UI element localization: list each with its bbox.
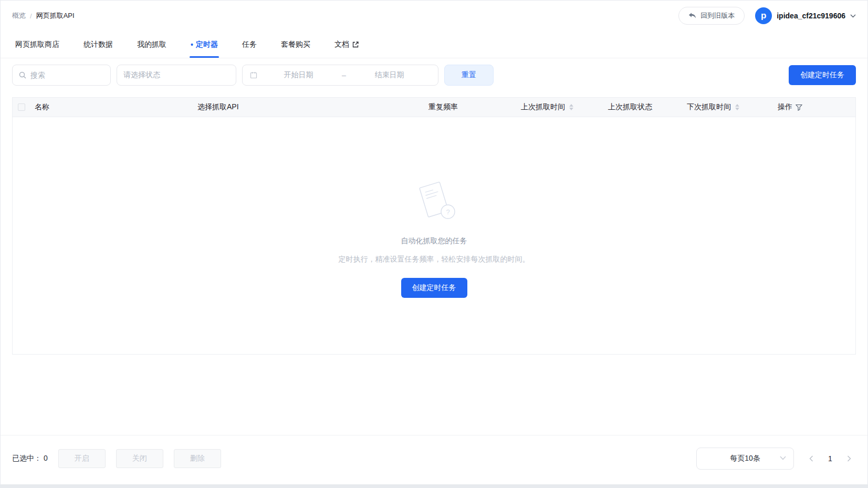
- tab-scheduler[interactable]: • 定时器: [191, 31, 218, 58]
- sort-caret-down-icon: [735, 108, 739, 110]
- sort-caret-up-icon: [569, 104, 573, 107]
- reply-arrow-icon: [688, 13, 696, 19]
- tab-label: 文档: [334, 40, 349, 49]
- sort-caret-up-icon: [735, 104, 739, 107]
- chevron-left-icon: [809, 455, 813, 462]
- column-label: 选择抓取API: [197, 102, 239, 112]
- filter-funnel-icon[interactable]: [796, 104, 802, 111]
- batch-actions: 已选中：0 开启 关闭 删除: [12, 449, 221, 468]
- external-link-icon: [352, 41, 359, 48]
- page-size-value: 每页10条: [730, 454, 760, 463]
- date-separator: –: [340, 71, 348, 79]
- selected-count: 0: [44, 454, 48, 462]
- question-mark-glyph: ?: [446, 208, 449, 216]
- empty-state-description: 定时执行，精准设置任务频率，轻松安排每次抓取的时间。: [339, 255, 530, 264]
- empty-document-illustration: ?: [410, 181, 459, 223]
- pagination: 每页10条 1: [696, 448, 856, 470]
- tab-label: 我的抓取: [137, 40, 166, 49]
- account-menu[interactable]: p ipidea_cf21c919606: [755, 7, 856, 24]
- tab-plan-purchase[interactable]: 套餐购买: [281, 31, 310, 58]
- search-box[interactable]: [12, 65, 111, 86]
- column-label: 重复频率: [428, 102, 458, 112]
- empty-state-title: 自动化抓取您的任务: [401, 236, 467, 246]
- column-header-last-scrape-status: 上次抓取状态: [608, 102, 687, 112]
- date-end-placeholder: 结束日期: [348, 70, 431, 80]
- topbar-right: 回到旧版本 p ipidea_cf21c919606: [678, 7, 856, 25]
- tab-statistics[interactable]: 统计数据: [83, 31, 113, 58]
- column-header-frequency: 重复频率: [428, 102, 521, 112]
- chevron-right-icon: [847, 455, 851, 462]
- account-name: ipidea_cf21c919606: [777, 12, 845, 20]
- daterange-picker[interactable]: 开始日期 – 结束日期: [242, 65, 438, 86]
- footer-bar: 已选中：0 开启 关闭 删除 每页10条 1: [1, 435, 867, 484]
- column-header-next-scrape-time: 下次抓取时间: [687, 102, 778, 112]
- column-label: 下次抓取时间: [687, 102, 731, 112]
- column-header-name: 名称: [35, 102, 197, 112]
- calendar-icon: [250, 71, 257, 79]
- empty-state: ? 自动化抓取您的任务 定时执行，精准设置任务频率，轻松安排每次抓取的时间。 创…: [339, 181, 530, 298]
- tab-label: 网页抓取商店: [15, 40, 59, 49]
- select-all-checkbox[interactable]: [18, 103, 25, 111]
- create-scheduled-task-button[interactable]: 创建定时任务: [789, 65, 856, 85]
- tab-label: 任务: [242, 40, 257, 49]
- column-header-api: 选择抓取API: [197, 102, 428, 112]
- scheduler-table: 名称 选择抓取API 重复频率 上次抓取时间 上次抓取状态 下次抓取时间: [12, 97, 856, 355]
- date-start-placeholder: 开始日期: [257, 70, 340, 80]
- status-select[interactable]: 请选择状态: [117, 65, 236, 86]
- column-header-last-scrape-time: 上次抓取时间: [521, 102, 608, 112]
- tab-label: 套餐购买: [281, 40, 310, 49]
- next-page-button[interactable]: [842, 452, 856, 465]
- sort-toggle-next-scrape-time[interactable]: [735, 104, 739, 110]
- breadcrumb-root[interactable]: 概览: [12, 11, 26, 20]
- page: 概览 / 网页抓取API 回到旧版本 p ipidea_cf21c919606 …: [0, 0, 868, 484]
- table-header-row: 名称 选择抓取API 重复频率 上次抓取时间 上次抓取状态 下次抓取时间: [13, 97, 855, 117]
- prev-page-button[interactable]: [804, 452, 818, 465]
- tab-label: 统计数据: [83, 40, 113, 49]
- table-body: ? 自动化抓取您的任务 定时执行，精准设置任务频率，轻松安排每次抓取的时间。 创…: [13, 117, 855, 354]
- back-button-label: 回到旧版本: [700, 11, 735, 20]
- tab-my-scrapes[interactable]: 我的抓取: [137, 31, 166, 58]
- topbar: 概览 / 网页抓取API 回到旧版本 p ipidea_cf21c919606: [1, 1, 867, 31]
- back-to-old-version-button[interactable]: 回到旧版本: [678, 7, 745, 25]
- column-label: 上次抓取时间: [521, 102, 565, 112]
- pager: 1: [804, 452, 856, 465]
- column-header-actions: 操作: [778, 102, 855, 112]
- enable-button[interactable]: 开启: [58, 449, 106, 468]
- column-label: 操作: [778, 102, 792, 112]
- disable-button[interactable]: 关闭: [116, 449, 163, 468]
- breadcrumb: 概览 / 网页抓取API: [12, 11, 75, 20]
- tabbar: 网页抓取商店 统计数据 我的抓取 • 定时器 任务 套餐购买 文档: [1, 31, 867, 58]
- active-tab-underline: [190, 56, 219, 58]
- window-bottom-edge: [0, 484, 868, 488]
- tab-web-scraping-store[interactable]: 网页抓取商店: [15, 31, 59, 58]
- search-input[interactable]: [30, 71, 104, 79]
- tab-label: 定时器: [196, 40, 218, 49]
- breadcrumb-separator: /: [30, 12, 32, 20]
- tab-docs[interactable]: 文档: [334, 31, 359, 58]
- page-number-1[interactable]: 1: [823, 452, 837, 465]
- chevron-down-icon: [850, 14, 856, 18]
- chevron-down-icon: [780, 456, 786, 460]
- search-icon: [19, 71, 26, 79]
- page-size-select[interactable]: 每页10条: [696, 448, 794, 470]
- sort-toggle-last-scrape-time[interactable]: [569, 104, 573, 110]
- active-tab-dot: •: [191, 40, 193, 49]
- delete-button[interactable]: 删除: [174, 449, 221, 468]
- avatar: p: [755, 7, 772, 24]
- breadcrumb-current: 网页抓取API: [36, 11, 75, 20]
- tab-tasks[interactable]: 任务: [242, 31, 257, 58]
- filterbar: 请选择状态 开始日期 – 结束日期 重置 创建定时任务: [1, 65, 867, 86]
- table-header-checkbox-cell: [13, 103, 35, 111]
- sort-caret-down-icon: [569, 108, 573, 110]
- column-label: 上次抓取状态: [608, 102, 652, 112]
- reset-button[interactable]: 重置: [444, 65, 494, 86]
- selected-label: 已选中：: [12, 454, 41, 462]
- status-select-placeholder: 请选择状态: [123, 70, 160, 80]
- column-label: 名称: [35, 102, 49, 112]
- empty-create-scheduled-task-button[interactable]: 创建定时任务: [401, 278, 467, 298]
